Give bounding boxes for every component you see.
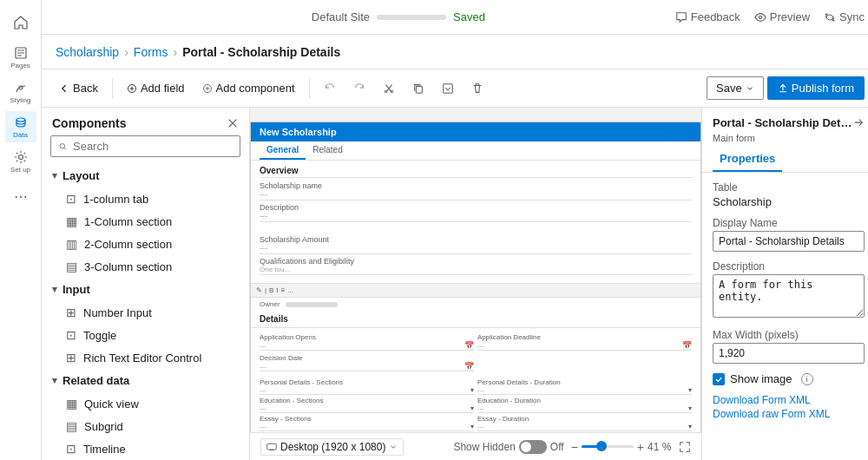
- item-number-input-label: Number Input: [83, 306, 152, 319]
- add-field-icon: [127, 83, 137, 94]
- sidebar-item-2col-section[interactable]: ▥ 2-Column section: [42, 233, 249, 255]
- fp-decision-date-value: ---📅: [260, 362, 474, 371]
- input-section-header[interactable]: ▾ Input: [42, 278, 249, 301]
- publish-icon: [778, 83, 788, 94]
- input-section-label: Input: [62, 283, 90, 296]
- sidebar-item-rich-text[interactable]: ⊞ Rich Text Editor Control: [42, 346, 249, 369]
- fp-education-duration: Education - Duration ---▾: [477, 397, 692, 413]
- show-hidden-container: Show Hidden Off: [453, 440, 563, 454]
- undo-icon: [324, 82, 336, 95]
- sync-button[interactable]: Sync: [824, 10, 865, 23]
- save-indicator: Saved: [453, 10, 485, 23]
- item-3col-section-label: 3-Column section: [84, 260, 172, 273]
- nav-styling[interactable]: Styling: [5, 76, 36, 108]
- breadcrumb-sep1: ›: [124, 45, 128, 59]
- fp-rich-bar: ✎ | B I ≡ ...: [251, 283, 700, 298]
- delete-button[interactable]: [464, 78, 490, 99]
- fp-essay-duration: Essay - Duration ---▾: [477, 415, 692, 431]
- sidebar-item-3col-section[interactable]: ▤ 3-Column section: [42, 255, 249, 278]
- nav-pages[interactable]: Pages: [5, 42, 36, 73]
- subgrid-icon: ▤: [66, 419, 77, 433]
- add-component-button[interactable]: Add component: [195, 77, 302, 99]
- copy-button[interactable]: [405, 78, 431, 99]
- site-name: Default Site: [312, 10, 370, 23]
- right-panel-expand-icon[interactable]: [852, 117, 865, 129]
- item-timeline-label: Timeline: [83, 443, 126, 456]
- prop-max-width-label: Max Width (pixels): [713, 329, 865, 341]
- right-tab-properties[interactable]: Properties: [713, 147, 782, 172]
- item-1col-section-label: 1-Column section: [84, 215, 172, 228]
- move-down-button[interactable]: [435, 78, 461, 99]
- publish-button[interactable]: Publish form: [767, 76, 865, 100]
- fp-decision-date-label: Decision Date: [260, 354, 474, 362]
- download-form-xml-link[interactable]: Download Form XML: [713, 394, 865, 406]
- breadcrumb-forms[interactable]: Forms: [134, 45, 168, 59]
- sidebar-item-1col-section[interactable]: ▦ 1-Column section: [42, 210, 249, 233]
- fp-amount-value: ---: [260, 244, 692, 254]
- prop-description-textarea[interactable]: A form for this entity.: [713, 274, 865, 318]
- download-raw-form-xml-link[interactable]: Download raw Form XML: [713, 408, 865, 420]
- prop-show-image-label: Show image: [730, 372, 792, 385]
- item-2col-section-label: 2-Column section: [84, 238, 172, 251]
- sync-label: Sync: [839, 10, 865, 23]
- fp-decision-date-field: Decision Date ---📅: [260, 354, 474, 371]
- close-icon[interactable]: [227, 117, 239, 129]
- item-rich-text-label: Rich Text Editor Control: [83, 352, 201, 365]
- prop-show-image-checkbox[interactable]: [713, 373, 725, 385]
- fp-rich-italic: I: [276, 286, 278, 294]
- sidebar-item-timeline[interactable]: ⊡ Timeline: [42, 437, 249, 460]
- related-section-label: Related data: [62, 374, 129, 387]
- fullscreen-icon[interactable]: [679, 441, 691, 453]
- sidebar-item-toggle[interactable]: ⊡ Toggle: [42, 324, 249, 346]
- zoom-plus-icon[interactable]: +: [637, 440, 644, 454]
- fp-education-sections: Education - Sections ---▾: [260, 397, 474, 413]
- timeline-icon: ⊡: [66, 442, 76, 456]
- add-field-button[interactable]: Add field: [120, 77, 192, 99]
- fp-field-amount: Scholarship Amount ---: [260, 235, 692, 254]
- related-section-header[interactable]: ▾ Related data: [42, 369, 249, 392]
- search-input[interactable]: [73, 140, 233, 153]
- sidebar-item-quick-view[interactable]: ▦ Quick view: [42, 392, 249, 415]
- show-hidden-toggle[interactable]: [519, 440, 547, 454]
- fp-tab-related[interactable]: Related: [306, 141, 349, 160]
- sidebar-scroll: ▾ Layout ⊡ 1-column tab ▦ 1-Column secti…: [42, 164, 249, 460]
- viewport-select[interactable]: Desktop (1920 x 1080): [260, 438, 404, 456]
- zoom-value: 41 %: [648, 441, 675, 453]
- nav-more[interactable]: ⋯: [5, 181, 36, 212]
- breadcrumb-scholarship[interactable]: Scholarship: [56, 45, 119, 59]
- undo-button[interactable]: [317, 78, 343, 99]
- fp-app-opens-value: ---📅: [260, 341, 474, 351]
- nav-data[interactable]: Data: [5, 111, 36, 142]
- show-image-info-icon[interactable]: i: [801, 373, 813, 385]
- sidebar-item-number-input[interactable]: ⊞ Number Input: [42, 301, 249, 324]
- zoom-slider[interactable]: [582, 445, 634, 448]
- layout-section-header[interactable]: ▾ Layout: [42, 164, 249, 187]
- nav-styling-label: Styling: [10, 96, 30, 104]
- cut-button[interactable]: [376, 78, 402, 99]
- prop-table-label: Table: [713, 181, 865, 194]
- save-button[interactable]: Save: [707, 76, 764, 100]
- back-button[interactable]: Back: [52, 77, 105, 99]
- fp-sub-row3: Essay - Sections ---▾ Essay - Duration -…: [260, 415, 692, 431]
- redo-button[interactable]: [346, 78, 372, 99]
- prop-table-group: Table Scholarship: [713, 181, 865, 208]
- copy-icon: [412, 82, 424, 95]
- prop-max-width-input[interactable]: [713, 343, 865, 364]
- back-icon: [59, 83, 69, 94]
- toggle-state: Off: [550, 441, 564, 453]
- prop-display-name-input[interactable]: [713, 231, 865, 252]
- sidebar-item-1col-tab[interactable]: ⊡ 1-column tab: [42, 187, 249, 210]
- nav-home[interactable]: [5, 7, 36, 38]
- zoom-minus-icon[interactable]: −: [571, 440, 578, 454]
- preview-button[interactable]: Preview: [754, 10, 810, 23]
- sidebar-item-subgrid[interactable]: ▤ Subgrid: [42, 415, 249, 437]
- feedback-button[interactable]: Feedback: [675, 10, 740, 23]
- prop-display-name-label: Display Name: [713, 217, 865, 229]
- fp-tab-general[interactable]: General: [260, 141, 306, 160]
- site-name-bar: [377, 15, 446, 20]
- toolbar-right: Save Publish form: [707, 76, 865, 100]
- add-component-icon: [202, 83, 213, 94]
- fp-field-row-amount: Scholarship Amount ---: [260, 235, 692, 254]
- left-nav: Pages Styling Data Set up ⋯: [0, 0, 42, 460]
- nav-setup[interactable]: Set up: [5, 146, 36, 177]
